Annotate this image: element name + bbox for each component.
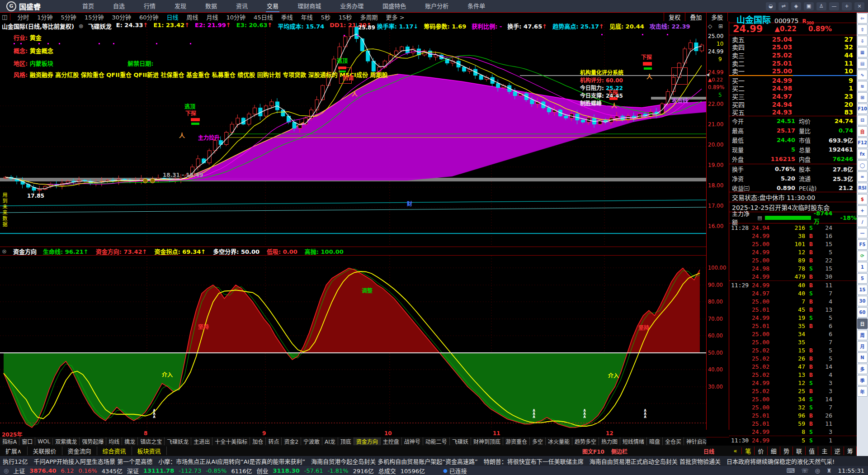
tick-row[interactable]: 25.0032S7 bbox=[729, 403, 857, 411]
indicator-tab-资金方向[interactable]: 资金方向 bbox=[354, 437, 381, 445]
strip-icon-5[interactable]: 5 bbox=[857, 273, 868, 284]
strip-icon-◯[interactable]: ◯ bbox=[857, 160, 868, 171]
strip-icon-F10[interactable]: F10 bbox=[857, 104, 868, 114]
tick-row[interactable]: 25.0226B5 bbox=[729, 354, 857, 362]
indicator-tab-财神到顶底[interactable]: 财神到顶底 bbox=[471, 437, 503, 445]
strip-icon-∿[interactable]: ∿ bbox=[857, 70, 868, 80]
timeframe-日线[interactable]: 日线 bbox=[167, 13, 179, 21]
skin-icon[interactable]: ♙ bbox=[816, 2, 826, 10]
message-icon[interactable]: ◒ bbox=[766, 2, 776, 10]
menu-item-业务办理[interactable]: 业务办理 bbox=[339, 0, 364, 12]
tick-row[interactable]: 25.0247B14 bbox=[729, 362, 857, 370]
menu-item-自选[interactable]: 自选 bbox=[112, 0, 126, 12]
ext-tab-板块资讯[interactable]: 板块资讯 bbox=[132, 446, 167, 455]
timeframe-季线[interactable]: 季线 bbox=[281, 13, 293, 21]
panel-tab-值[interactable]: 值 bbox=[806, 446, 818, 455]
tick-row[interactable]: 25.00101B15 bbox=[729, 240, 857, 248]
indicator-tab-顶底[interactable]: 顶底 bbox=[338, 437, 354, 445]
indicator-tab-十全十美指标[interactable]: 十全十美指标 bbox=[212, 437, 250, 445]
strip-icon-fx[interactable]: fx bbox=[857, 149, 868, 159]
book-row[interactable]: 买一24.999 bbox=[729, 76, 857, 85]
tick-row[interactable]: 25.0196B26 bbox=[729, 411, 857, 419]
timeframe-45日线[interactable]: 45日线 bbox=[254, 13, 273, 21]
ext-tab-扩展∧[interactable]: 扩展∧ bbox=[0, 446, 28, 455]
panel-tab-势[interactable]: 势 bbox=[780, 446, 793, 455]
tool-多股[interactable]: 多股 bbox=[706, 12, 727, 21]
tick-row[interactable]: 25.007B4 bbox=[729, 297, 857, 305]
indicator-tab-强势起爆[interactable]: 强势起爆 bbox=[80, 437, 106, 445]
book-row[interactable]: 买三24.9723 bbox=[729, 92, 857, 100]
indicator-tab-趋势多空[interactable]: 趋势多空 bbox=[572, 437, 599, 445]
menu-item-交易[interactable]: 交易 bbox=[266, 0, 279, 12]
strip-icon-▤[interactable]: ▤ bbox=[857, 58, 868, 69]
tick-row[interactable]: 25.0145B13 bbox=[729, 305, 857, 314]
menu-item-数据[interactable]: 数据 bbox=[204, 0, 218, 12]
timeframe-月线[interactable]: 月线 bbox=[207, 13, 218, 21]
strip-icon-15[interactable]: 15 bbox=[857, 285, 868, 295]
menu-item-行情[interactable]: 行情 bbox=[143, 0, 156, 12]
timeframe-周线[interactable]: 周线 bbox=[187, 13, 198, 21]
tick-row[interactable]: 25.0135B6 bbox=[729, 322, 857, 330]
tick-list[interactable]: 11:2824.94216S2424.9938B1625.00101B1524.… bbox=[729, 223, 857, 443]
tick-row[interactable]: 25.0089B22 bbox=[729, 256, 857, 264]
tick-row[interactable]: 25.00357 bbox=[729, 338, 857, 346]
strip-icon-年[interactable]: 年 bbox=[857, 386, 868, 397]
indicator-tab-游资重仓[interactable]: 游资重仓 bbox=[503, 437, 530, 445]
timeframe-1分钟[interactable]: 1分钟 bbox=[37, 13, 52, 21]
strip-icon-1[interactable]: 1 bbox=[857, 262, 868, 272]
strip-icon-F12[interactable]: F12 bbox=[857, 138, 868, 148]
tool-复权[interactable]: 复权 bbox=[664, 12, 685, 21]
strip-icon-+[interactable]: + bbox=[857, 205, 868, 216]
indicator-tab-主进出[interactable]: 主进出 bbox=[191, 437, 212, 445]
indicator-tab-主控盘[interactable]: 主控盘 bbox=[381, 437, 402, 445]
close-icon[interactable]: × bbox=[854, 2, 864, 10]
panel-tab-主[interactable]: 主 bbox=[818, 446, 831, 455]
menu-item-条件单[interactable]: 条件单 bbox=[467, 0, 486, 12]
menu-item-账户分析[interactable]: 账户分析 bbox=[424, 0, 449, 12]
menu-item-首页[interactable]: 首页 bbox=[81, 0, 95, 12]
indicator-tab-短线情绪[interactable]: 短线情绪 bbox=[620, 437, 647, 445]
panel-tab-细[interactable]: 细 bbox=[768, 446, 780, 455]
tick-row[interactable]: 24.9938B16 bbox=[729, 232, 857, 240]
timeframe-多周期[interactable]: 多周期 bbox=[360, 13, 378, 21]
timeframe-5秒[interactable]: 5秒 bbox=[321, 13, 330, 21]
tick-row[interactable]: 11:2824.94216S24 bbox=[729, 223, 857, 232]
panel-tab-价[interactable]: 价 bbox=[755, 446, 767, 455]
strip-icon-日[interactable]: 日 bbox=[857, 318, 868, 329]
indicator-tab-热力图[interactable]: 热力图 bbox=[599, 437, 620, 445]
list-icon[interactable]: ▤ bbox=[757, 215, 762, 221]
book-row[interactable]: 买四24.9420 bbox=[729, 100, 857, 109]
assistant-icon[interactable]: ◈ bbox=[791, 2, 801, 10]
tick-row[interactable]: 24.9912B5 bbox=[729, 248, 857, 256]
indicator-tab-资金2[interactable]: 资金2 bbox=[282, 437, 301, 445]
indicator-tab-AI龙[interactable]: AI龙 bbox=[322, 437, 338, 445]
menu-item-国盛特色[interactable]: 国盛特色 bbox=[382, 0, 407, 12]
panel-tab-筹[interactable]: 筹 bbox=[844, 446, 857, 455]
book-row[interactable]: 买五24.9383 bbox=[729, 108, 857, 116]
timeframe-60分钟[interactable]: 60分钟 bbox=[139, 13, 159, 21]
indicator-tab-神针启动[interactable]: 神针启动 bbox=[684, 437, 706, 445]
strip-icon-≋[interactable]: ≋ bbox=[857, 81, 868, 91]
strip-icon-⇩[interactable]: ⇩ bbox=[857, 36, 868, 46]
index-name-深证[interactable]: 深证 bbox=[127, 466, 139, 475]
indicator-tab-加仓[interactable]: 加仓 bbox=[250, 437, 266, 445]
strip-icon-自[interactable]: 自 bbox=[857, 126, 868, 137]
tick-row[interactable]: 11:2924.9940B11 bbox=[729, 280, 857, 289]
status-icon[interactable]: ◎ bbox=[815, 467, 820, 474]
timeframe-年线[interactable]: 年线 bbox=[301, 13, 313, 21]
status-icon[interactable]: ⌨ bbox=[787, 467, 795, 474]
strip-icon-⇦[interactable]: ⇦ bbox=[857, 13, 868, 24]
monitor-icon[interactable]: ▣ bbox=[804, 2, 814, 10]
minimize-icon[interactable]: — bbox=[829, 2, 839, 10]
tick-row[interactable]: 24.9919S5 bbox=[729, 314, 857, 322]
status-icon[interactable]: ♜ bbox=[826, 467, 832, 474]
indicator-tab-WOL[interactable]: WOL bbox=[35, 438, 53, 445]
ext-tab-关联报价[interactable]: 关联报价 bbox=[28, 446, 62, 455]
fund-chart-panel[interactable]: 介入坚持调整坚持介入∧∧∧∧∧∧∧∧∧∧∧∧ bbox=[0, 256, 706, 430]
status-icon[interactable]: ☏ bbox=[801, 467, 808, 474]
mid-button-日线[interactable]: 日线 bbox=[703, 447, 714, 455]
indicator-tab-均线[interactable]: 均线 bbox=[106, 437, 122, 445]
ext-tab-资金流向[interactable]: 资金流向 bbox=[62, 446, 97, 455]
panel-tab-逆[interactable]: 逆 bbox=[831, 446, 844, 455]
indicator-tab-双紫擒龙[interactable]: 双紫擒龙 bbox=[53, 437, 80, 445]
